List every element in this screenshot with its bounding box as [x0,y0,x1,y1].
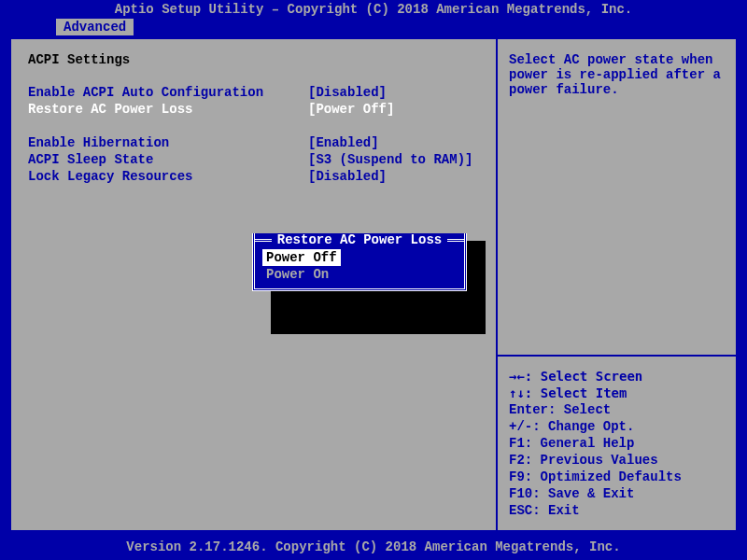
setting-label: Enable ACPI Auto Configuration [28,84,308,101]
hint-f2: F2: Previous Values [509,452,725,469]
setting-label: Restore AC Power Loss [28,101,308,118]
setting-restore-ac-power-loss[interactable]: Restore AC Power Loss [Power Off] [28,101,479,118]
setting-lock-legacy-resources[interactable]: Lock Legacy Resources [Disabled] [28,168,479,185]
setting-value: [S3 (Suspend to RAM)] [308,151,472,168]
section-title: ACPI Settings [28,52,479,67]
popup-restore-ac-power-loss: Restore AC Power Loss Power Off Power On [252,233,467,291]
popup-option-power-on[interactable]: Power On [262,266,457,283]
hint-select-screen: →←: Select Screen [509,368,725,385]
hint-f9: F9: Optimized Defaults [509,469,725,485]
hint-esc: ESC: Exit [509,502,725,519]
tab-advanced[interactable]: Advanced [56,19,134,35]
setting-acpi-sleep-state[interactable]: ACPI Sleep State [S3 (Suspend to RAM)] [28,151,479,168]
popup-title: Restore AC Power Loss [272,232,447,247]
setting-value: [Power Off] [308,101,394,118]
setting-value: [Disabled] [308,168,387,185]
hint-f1: F1: General Help [509,435,725,452]
setting-value: [Enabled] [308,134,379,151]
setting-value: [Disabled] [308,84,387,101]
spacer [28,118,479,134]
setting-label: ACPI Sleep State [28,151,308,168]
popup-body: Power Off Power On [255,247,464,288]
footer-version: Version 2.17.1246. Copyright (C) 2018 Am… [0,539,747,554]
key-hints: →←: Select Screen ↑↓: Select Item Enter:… [498,357,736,530]
popup-option-power-off[interactable]: Power Off [262,249,457,266]
popup-title-row: Restore AC Power Loss [255,232,464,247]
bios-screen: Aptio Setup Utility – Copyright (C) 2018… [0,0,747,560]
hint-select-item: ↑↓: Select Item [509,385,725,401]
title-bar: Aptio Setup Utility – Copyright (C) 2018… [0,0,747,19]
help-pane: Select AC power state when power is re-a… [498,39,736,530]
popup-border-icon [255,239,272,242]
setting-label: Enable Hibernation [28,134,308,151]
popup-border-icon [447,239,464,242]
tab-row: Advanced [0,19,747,37]
help-description: Select AC power state when power is re-a… [498,39,736,357]
setting-label: Lock Legacy Resources [28,168,308,185]
hint-enter: Enter: Select [509,401,725,418]
popup-option-label: Power Off [262,249,341,266]
hint-change-opt: +/-: Change Opt. [509,418,725,435]
hint-f10: F10: Save & Exit [509,485,725,502]
setting-enable-hibernation[interactable]: Enable Hibernation [Enabled] [28,134,479,151]
setting-acpi-auto-config[interactable]: Enable ACPI Auto Configuration [Disabled… [28,84,479,101]
